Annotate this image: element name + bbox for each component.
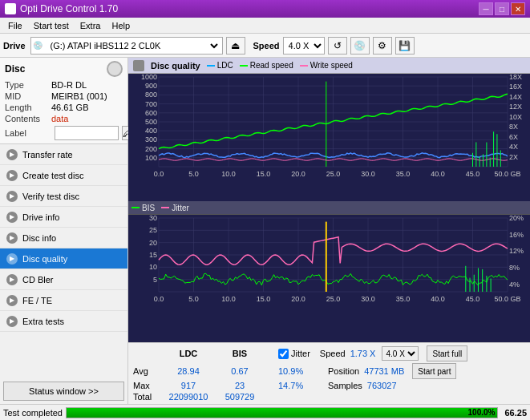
close-button[interactable]: ✕ (511, 2, 525, 15)
settings-button[interactable]: ⚙ (373, 37, 392, 55)
status-speed: 66.25 (504, 408, 527, 418)
menu-file[interactable]: File (3, 19, 27, 32)
nav-extra-tests[interactable]: ▶ Extra tests (0, 311, 127, 332)
nav-create-test-disc[interactable]: ▶ Create test disc (0, 165, 127, 186)
start-part-button[interactable]: Start part (412, 363, 456, 379)
position-label: Position (328, 366, 359, 376)
nav-transfer-rate[interactable]: ▶ Transfer rate (0, 144, 127, 165)
bottom-chart (128, 214, 530, 342)
drive-label: Drive (3, 41, 26, 50)
nav-icon-transfer-rate: ▶ (6, 149, 18, 160)
app-icon (5, 3, 16, 14)
nav-icon-verify-test-disc: ▶ (6, 191, 18, 202)
avg-jitter: 10.9% (278, 366, 318, 376)
menu-start-test[interactable]: Start test (29, 19, 74, 32)
col-ldc-header: LDC (164, 349, 212, 358)
avg-bis: 0.67 (216, 366, 264, 376)
chart-title: Disc quality (151, 61, 200, 71)
nav-icon-cd-bler: ▶ (6, 274, 18, 285)
mid-label: MID (5, 91, 51, 101)
nav-disc-quality[interactable]: ▶ Disc quality (0, 248, 127, 269)
app-title: Opti Drive Control 1.70 (20, 3, 118, 14)
max-bis: 23 (216, 381, 264, 390)
nav-verify-test-disc[interactable]: ▶ Verify test disc (0, 186, 127, 207)
right-panel: Disc quality LDC Read speed Write speed (128, 58, 530, 404)
status-text: Test completed (3, 408, 63, 418)
disc-section-label: Disc (5, 63, 25, 75)
speed-stat-label: Speed (320, 349, 346, 358)
avg-ldc: 28.94 (164, 366, 212, 376)
status-window-button[interactable]: Status window >> (3, 382, 124, 401)
samples-label: Samples (328, 381, 362, 390)
disc-button[interactable]: 💿 (350, 37, 370, 55)
nav-icon-disc-quality: ▶ (6, 253, 18, 265)
speed-select[interactable]: 4.0 X (283, 37, 325, 55)
drive-select[interactable]: (G:) ATAPI iHBS112 2 CL0K (44, 38, 220, 54)
jitter-checkbox-area: Jitter (278, 349, 310, 359)
nav-icon-fe-te: ▶ (6, 295, 18, 306)
total-ldc: 22099010 (164, 392, 212, 402)
stats-area: LDC BIS Jitter Speed 1.73 X 4.0 X Start … (128, 342, 530, 404)
sidebar: Disc Type BD-R DL MID MEIRB1 (001) Lengt… (0, 58, 128, 404)
progress-bar: 100.0% (66, 407, 498, 418)
minimize-button[interactable]: ─ (479, 2, 493, 15)
contents-label: Contents (5, 114, 51, 123)
save-button[interactable]: 💾 (395, 37, 415, 55)
start-full-button[interactable]: Start full (427, 345, 467, 361)
length-label: Length (5, 103, 51, 112)
nav-icon-drive-info: ▶ (6, 212, 18, 223)
jitter-checkbox[interactable] (278, 349, 289, 359)
eject-button[interactable]: ⏏ (226, 37, 245, 55)
speed-stat-value: 1.73 X (350, 349, 376, 358)
toolbar: Drive 💿 (G:) ATAPI iHBS112 2 CL0K ⏏ Spee… (0, 34, 530, 58)
speed-label: Speed (253, 41, 280, 50)
contents-value: data (51, 114, 68, 123)
nav-items: ▶ Transfer rate ▶ Create test disc ▶ Ver… (0, 144, 127, 378)
speed-select-stats[interactable]: 4.0 X (382, 346, 419, 361)
total-label: Total (133, 392, 161, 402)
maximize-button[interactable]: □ (495, 2, 509, 15)
max-ldc: 917 (164, 381, 212, 390)
avg-label: Avg (133, 366, 161, 376)
bis-color-dot (131, 207, 140, 208)
write-color-dot (300, 65, 308, 67)
legend-read: Read speed (240, 61, 293, 70)
progress-fill (67, 408, 497, 418)
legend-ldc: LDC (207, 61, 233, 70)
nav-icon-extra-tests: ▶ (6, 316, 18, 327)
type-label: Type (5, 80, 51, 90)
legend-bis: BIS (131, 204, 155, 212)
nav-fe-te[interactable]: ▶ FE / TE (0, 290, 127, 311)
jitter-color-dot (161, 207, 169, 208)
legend-jitter: Jitter (161, 204, 189, 212)
length-value: 46.61 GB (51, 103, 88, 112)
status-bar: Test completed 100.0% 66.25 (0, 404, 530, 420)
nav-drive-info[interactable]: ▶ Drive info (0, 207, 127, 228)
nav-disc-info[interactable]: ▶ Disc info (0, 228, 127, 248)
nav-icon-disc-info: ▶ (6, 232, 18, 244)
mid-value: MEIRB1 (001) (51, 91, 107, 101)
legend-write: Write speed (300, 61, 353, 70)
ldc-color-dot (207, 65, 215, 67)
disc-panel: Disc Type BD-R DL MID MEIRB1 (001) Lengt… (0, 58, 127, 144)
disc-label-label: Label (5, 128, 51, 138)
menu-extra[interactable]: Extra (75, 19, 106, 32)
progress-label: 100.0% (468, 408, 496, 418)
samples-value: 763027 (367, 381, 397, 390)
disc-image-icon (107, 61, 123, 77)
top-chart (128, 74, 530, 201)
chart-header: Disc quality LDC Read speed Write speed (128, 58, 530, 74)
total-bis: 509729 (216, 392, 264, 402)
menu-help[interactable]: Help (107, 19, 135, 32)
col-bis-header: BIS (216, 349, 264, 358)
nav-cd-bler[interactable]: ▶ CD Bler (0, 269, 127, 290)
disc-label-input[interactable] (55, 126, 119, 140)
max-label: Max (133, 381, 161, 390)
charts-area: BIS Jitter (128, 74, 530, 342)
main-content: Disc Type BD-R DL MID MEIRB1 (001) Lengt… (0, 58, 530, 404)
type-value: BD-R DL (51, 80, 87, 90)
nav-icon-create-test-disc: ▶ (6, 170, 18, 181)
menu-bar: File Start test Extra Help (0, 18, 530, 34)
max-jitter: 14.7% (278, 381, 318, 390)
refresh-button[interactable]: ↺ (328, 37, 347, 55)
